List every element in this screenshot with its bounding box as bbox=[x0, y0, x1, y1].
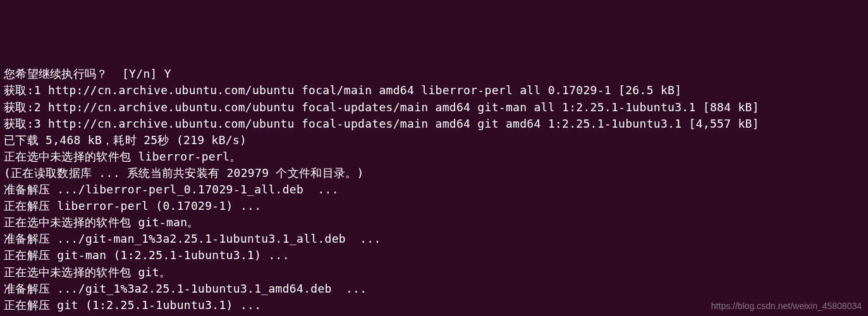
terminal-line: 正在设置 liberror-perl (0.17029-1) ... bbox=[4, 313, 864, 316]
terminal-line: 准备解压 .../git-man_1%3a2.25.1-1ubuntu3.1_a… bbox=[4, 231, 864, 247]
terminal-line: 您希望继续执行吗？ [Y/n] Y bbox=[4, 66, 864, 82]
terminal-output: 您希望继续执行吗？ [Y/n] Y获取:1 http://cn.archive.… bbox=[4, 66, 864, 316]
terminal-line: 获取:1 http://cn.archive.ubuntu.com/ubuntu… bbox=[4, 82, 864, 99]
terminal-line: 正在选中未选择的软件包 liberror-perl。 bbox=[4, 149, 864, 165]
terminal-line: 准备解压 .../liberror-perl_0.17029-1_all.deb… bbox=[4, 181, 864, 198]
terminal-line: 正在选中未选择的软件包 git。 bbox=[4, 264, 864, 281]
terminal-line: 正在解压 git-man (1:2.25.1-1ubuntu3.1) ... bbox=[4, 247, 864, 264]
terminal-line: 获取:2 http://cn.archive.ubuntu.com/ubuntu… bbox=[4, 99, 864, 116]
terminal-line: 正在选中未选择的软件包 git-man。 bbox=[4, 214, 864, 231]
terminal-line: 准备解压 .../git_1%3a2.25.1-1ubuntu3.1_amd64… bbox=[4, 281, 864, 297]
terminal-line: 正在解压 liberror-perl (0.17029-1) ... bbox=[4, 198, 864, 214]
terminal-line: (正在读取数据库 ... 系统当前共安装有 202979 个文件和目录。) bbox=[4, 165, 864, 181]
terminal-line: 已下载 5,468 kB，耗时 25秒 (219 kB/s) bbox=[4, 132, 864, 149]
watermark-text: https://blog.csdn.net/weixin_45808034 bbox=[711, 300, 862, 312]
terminal-line: 获取:3 http://cn.archive.ubuntu.com/ubuntu… bbox=[4, 116, 864, 132]
